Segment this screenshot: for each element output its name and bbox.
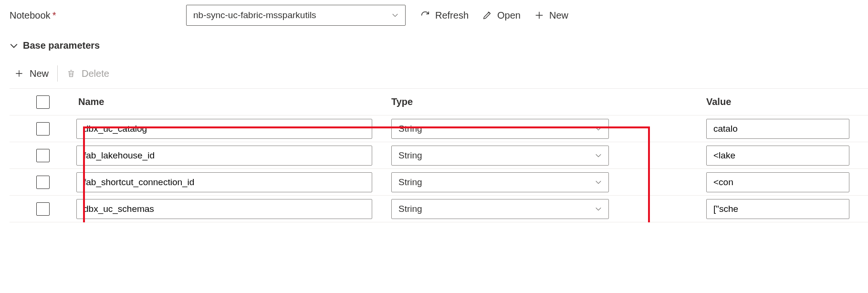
- new-notebook-button[interactable]: New: [534, 10, 568, 21]
- column-header-type[interactable]: Type: [391, 91, 625, 113]
- chevron-down-icon: [595, 152, 602, 159]
- param-value-input[interactable]: [706, 119, 849, 139]
- new-param-button[interactable]: New: [14, 68, 49, 79]
- chevron-down-icon: [392, 12, 398, 19]
- param-type-select[interactable]: String: [391, 146, 609, 166]
- row-checkbox[interactable]: [36, 176, 50, 189]
- param-value-input[interactable]: [706, 172, 849, 192]
- refresh-icon: [420, 10, 430, 21]
- param-value-input[interactable]: [706, 199, 849, 219]
- param-type-select[interactable]: String: [391, 172, 609, 192]
- notebook-dropdown[interactable]: nb-sync-uc-fabric-mssparkutils: [186, 5, 406, 26]
- open-button[interactable]: Open: [482, 10, 521, 21]
- notebook-selected-value: nb-sync-uc-fabric-mssparkutils: [193, 10, 316, 21]
- row-checkbox[interactable]: [36, 202, 50, 216]
- param-value-input[interactable]: [706, 146, 849, 166]
- param-type-select[interactable]: String: [391, 119, 609, 139]
- row-checkbox[interactable]: [36, 122, 50, 136]
- toolbar-separator: [57, 65, 58, 82]
- param-name-input[interactable]: [76, 172, 372, 192]
- grid-header: Name Type Value: [10, 89, 868, 115]
- section-title: Base parameters: [23, 40, 100, 51]
- edit-icon: [482, 10, 492, 21]
- table-row: String: [10, 196, 868, 222]
- chevron-down-icon: [595, 179, 602, 186]
- table-row: String: [10, 115, 868, 142]
- chevron-down-icon: [10, 42, 18, 50]
- chevron-down-icon: [595, 206, 602, 212]
- param-type-select[interactable]: String: [391, 199, 609, 219]
- column-header-name[interactable]: Name: [76, 91, 391, 113]
- column-header-value[interactable]: Value: [625, 91, 868, 113]
- notebook-label: Notebook*: [10, 10, 177, 21]
- param-name-input[interactable]: [76, 199, 372, 219]
- table-row: String: [10, 169, 868, 196]
- trash-icon: [66, 69, 76, 78]
- param-name-input[interactable]: [76, 146, 372, 166]
- plus-icon: [534, 10, 544, 21]
- plus-icon: [14, 69, 24, 78]
- table-row: String: [10, 142, 868, 169]
- chevron-down-icon: [595, 126, 602, 132]
- param-name-input[interactable]: [76, 119, 372, 139]
- base-parameters-section-toggle[interactable]: Base parameters: [10, 40, 868, 51]
- required-star: *: [52, 10, 56, 21]
- delete-param-button[interactable]: Delete: [66, 68, 109, 79]
- refresh-button[interactable]: Refresh: [420, 10, 469, 21]
- parameters-grid: Name Type Value String: [10, 88, 868, 222]
- select-all-checkbox[interactable]: [36, 95, 50, 109]
- row-checkbox[interactable]: [36, 149, 50, 162]
